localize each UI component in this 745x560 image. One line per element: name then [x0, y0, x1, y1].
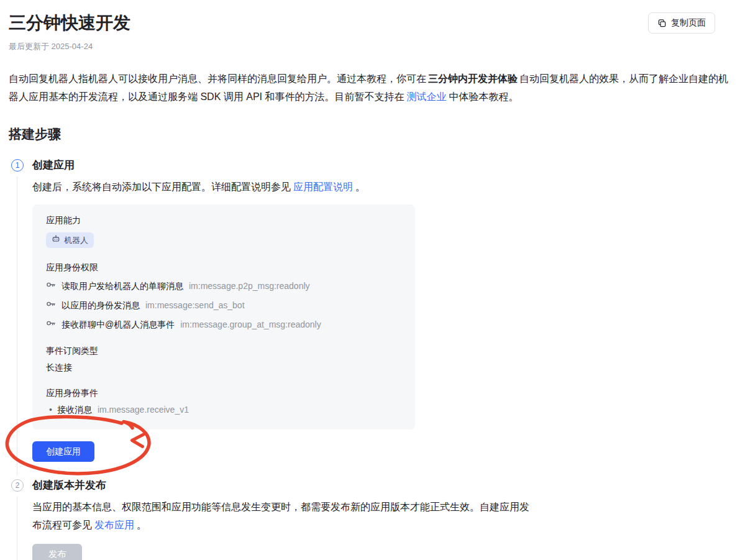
section-title-build-steps: 搭建步骤 [9, 126, 745, 143]
doc-page: 三分钟快速开发 复制页面 最后更新于 2025-04-24 自动回复机器人指机器… [0, 0, 745, 560]
step-2-number: 2 [11, 479, 24, 492]
step-connector-line [17, 177, 17, 475]
permission-name: 接收群聊中@机器人消息事件 [62, 319, 175, 331]
bullet-dot: • [49, 404, 52, 416]
permission-name: 以应用的身份发消息 [62, 300, 140, 311]
permission-row: 读取用户发给机器人的单聊消息 im:message.p2p_msg:readon… [46, 280, 401, 293]
permission-row: 以应用的身份发消息 im:message:send_as_bot [46, 299, 401, 312]
key-icon [46, 299, 62, 312]
step-2-desc-suffix: 。 [137, 520, 147, 530]
step-1-body: 创建应用 创建后，系统将自动添加以下应用配置。详细配置说明参见应用配置说明。 应… [32, 158, 745, 478]
step-2: 2 创建版本并发布 当应用的基本信息、权限范围和应用功能等信息发生变更时，都需要… [9, 478, 745, 560]
step-1: 1 创建应用 创建后，系统将自动添加以下应用配置。详细配置说明参见应用配置说明。… [9, 158, 745, 478]
step-1-title: 创建应用 [32, 158, 745, 173]
permission-row: 接收群聊中@机器人消息事件 im:message.group_at_msg:re… [46, 318, 401, 331]
copy-page-button[interactable]: 复制页面 [648, 12, 715, 34]
last-updated: 最后更新于 2025-04-24 [9, 41, 745, 52]
app-config-card: 应用能力 机器人 应用身份权 [32, 204, 415, 429]
permission-code: im:message.group_at_msg:readonly [180, 319, 321, 331]
event-subscribe-type-label: 事件订阅类型 [46, 345, 401, 357]
app-event-row: • 接收消息 im.message.receive_v1 [46, 404, 401, 416]
step-1-description: 创建后，系统将自动添加以下应用配置。详细配置说明参见应用配置说明。 [32, 178, 529, 196]
page-header: 三分钟快速开发 复制页面 [0, 0, 745, 35]
step-connector-line [17, 497, 17, 560]
test-corp-link[interactable]: 测试企业 [406, 91, 446, 102]
publish-button[interactable]: 发布 [32, 544, 82, 560]
step-1-desc-text: 创建后，系统将自动添加以下应用配置。详细配置说明参见 [32, 181, 291, 192]
permission-code: im:message.p2p_msg:readonly [189, 280, 310, 292]
app-event-name: 接收消息 [57, 404, 92, 416]
event-subscribe-type-value: 长连接 [46, 362, 401, 374]
app-config-doc-link[interactable]: 应用配置说明 [293, 181, 353, 192]
intro-text-1: 自动回复机器人指机器人可以接收用户消息、并将同样的消息回复给用户。通过本教程，你… [9, 73, 426, 84]
robot-tag-label: 机器人 [64, 235, 88, 246]
step-2-rail: 2 [9, 478, 32, 560]
intro-bold: 三分钟内开发并体验 [428, 73, 518, 84]
permission-code: im:message:send_as_bot [145, 300, 245, 311]
steps-list: 1 创建应用 创建后，系统将自动添加以下应用配置。详细配置说明参见应用配置说明。… [9, 158, 745, 560]
capability-label: 应用能力 [46, 214, 401, 226]
publish-app-doc-link[interactable]: 发布应用 [94, 520, 134, 530]
intro-text-3: 中体验本教程。 [449, 91, 518, 102]
page-title: 三分钟快速开发 [9, 11, 130, 35]
create-app-button-area: 创建应用 [32, 441, 94, 462]
robot-capability-tag: 机器人 [46, 232, 94, 248]
key-icon [46, 318, 62, 331]
step-1-number: 1 [11, 159, 24, 172]
step-1-rail: 1 [9, 158, 32, 478]
intro-paragraph: 自动回复机器人指机器人可以接收用户消息、并将同样的消息回复给用户。通过本教程，你… [9, 70, 736, 106]
permission-name: 读取用户发给机器人的单聊消息 [62, 280, 183, 292]
step-1-desc-suffix: 。 [355, 181, 365, 192]
permission-label: 应用身份权限 [46, 262, 401, 273]
step-2-title: 创建版本并发布 [32, 478, 745, 493]
robot-icon [52, 234, 60, 246]
step-2-description: 当应用的基本信息、权限范围和应用功能等信息发生变更时，都需要发布新的应用版本才能… [32, 498, 529, 534]
key-icon [46, 280, 62, 293]
step-2-body: 创建版本并发布 当应用的基本信息、权限范围和应用功能等信息发生变更时，都需要发布… [32, 478, 745, 560]
copy-icon [657, 19, 667, 28]
create-app-button[interactable]: 创建应用 [32, 441, 94, 462]
copy-page-label: 复制页面 [671, 17, 706, 29]
app-event-label: 应用身份事件 [46, 387, 401, 399]
app-event-code: im.message.receive_v1 [98, 404, 189, 416]
